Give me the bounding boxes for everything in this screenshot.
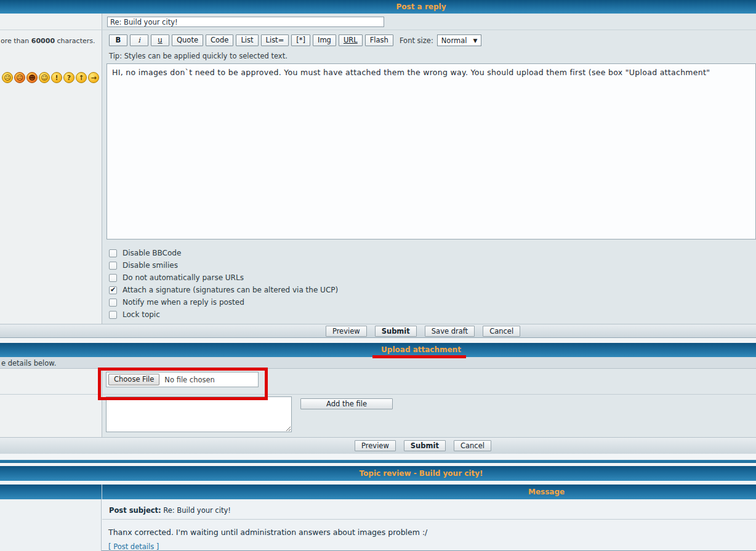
- bbcode-list-ordered-button[interactable]: List=: [261, 34, 289, 46]
- exclamation-smiley[interactable]: !: [51, 72, 62, 83]
- option-checkbox[interactable]: [109, 311, 117, 319]
- bbcode-italic-button[interactable]: i: [130, 34, 148, 46]
- row-divider: [0, 30, 756, 30]
- bbcode-url-button[interactable]: URL: [339, 34, 363, 46]
- option-row: Attach a signature (signatures can be al…: [109, 284, 338, 296]
- page: Post a reply ore than 60000 characters. …: [0, 0, 756, 551]
- post-subject-row: Post subject: Re: Build your city!: [102, 499, 756, 520]
- posting-options-list: Disable BBCodeDisable smiliesDo not auto…: [109, 247, 338, 321]
- option-label: Lock topic: [123, 310, 160, 319]
- post-subject-value: Re: Build your city!: [163, 506, 231, 515]
- cancel-button[interactable]: Cancel: [454, 440, 491, 451]
- upload-intro-text: e details below.: [1, 359, 56, 368]
- review-table-header: Message: [0, 485, 756, 499]
- post-reply-header-bar: Post a reply: [0, 0, 756, 14]
- topic-review-title: Topic review - Build your city!: [0, 466, 756, 481]
- post-details-link[interactable]: [ Post details ]: [108, 542, 159, 551]
- message-textarea[interactable]: HI, no images don`t need to be approved.…: [107, 63, 756, 239]
- subject-input[interactable]: [107, 17, 384, 27]
- option-checkbox[interactable]: [109, 299, 117, 307]
- post-form-left-column: [0, 14, 102, 324]
- evil-smiley[interactable]: ☹: [14, 72, 25, 83]
- review-top-bar: [0, 460, 756, 463]
- font-size-control: Font size: Normal ▼: [400, 34, 481, 46]
- bbcode-list-button[interactable]: List: [236, 34, 258, 46]
- arrow-smiley[interactable]: →: [88, 72, 99, 83]
- post-reply-title: Post a reply: [0, 0, 756, 14]
- bbcode-toolbar: BiuQuoteCodeListList=[*]ImgURLFlash Font…: [109, 34, 481, 46]
- post-actions-row: PreviewSubmitSave draftCancel: [0, 324, 756, 337]
- column-divider: [102, 485, 102, 499]
- bbcode-quote-button[interactable]: Quote: [172, 34, 203, 46]
- bbcode-list-item-button[interactable]: [*]: [291, 34, 310, 46]
- option-row: Disable smilies: [109, 259, 338, 271]
- upload-actions-row: PreviewSubmitCancel: [0, 437, 756, 454]
- idea-smiley[interactable]: ↑: [76, 72, 87, 83]
- bbcode-underline-button[interactable]: u: [151, 34, 169, 46]
- submit-button[interactable]: Submit: [404, 440, 446, 451]
- option-checkbox[interactable]: [109, 262, 117, 270]
- option-checkbox[interactable]: [109, 274, 117, 282]
- tip-text: Tip: Styles can be applied quickly to se…: [109, 52, 288, 60]
- review-message-text: Thanx corrected. I'm waiting until admin…: [108, 528, 427, 537]
- option-checkbox[interactable]: [109, 249, 117, 257]
- option-label: Notify me when a reply is posted: [123, 298, 244, 307]
- cancel-button[interactable]: Cancel: [483, 326, 520, 337]
- twisted-smiley[interactable]: ☻: [26, 72, 38, 83]
- preview-button[interactable]: Preview: [326, 326, 367, 337]
- option-label: Disable smilies: [123, 261, 178, 270]
- option-row: Disable BBCode: [109, 247, 338, 259]
- rolleyes-smiley[interactable]: ☺: [39, 72, 50, 83]
- bbcode-bold-button[interactable]: B: [109, 34, 127, 46]
- dropdown-arrow-icon: ▼: [473, 38, 477, 44]
- annotation-red-box: [98, 368, 268, 400]
- font-size-select[interactable]: Normal ▼: [437, 34, 482, 46]
- bbcode-flash-button[interactable]: Flash: [365, 34, 393, 46]
- option-row: Lock topic: [109, 308, 338, 321]
- option-checkbox[interactable]: [109, 286, 117, 294]
- post-subject-label: Post subject:: [109, 506, 161, 515]
- geek-smiley[interactable]: ☹: [2, 72, 13, 83]
- option-label: Do not automatically parse URLs: [123, 273, 244, 282]
- preview-button[interactable]: Preview: [355, 440, 396, 451]
- font-size-value: Normal: [441, 36, 467, 45]
- option-row: Do not automatically parse URLs: [109, 271, 338, 284]
- option-label: Disable BBCode: [123, 249, 181, 257]
- save-draft-button[interactable]: Save draft: [425, 326, 475, 337]
- option-label: Attach a signature (signatures can be al…: [123, 286, 338, 294]
- message-column-header: Message: [528, 485, 565, 499]
- file-comment-textarea[interactable]: [106, 396, 292, 432]
- question-smiley[interactable]: ?: [63, 72, 74, 83]
- char-limit-note: ore than 60000 characters.: [1, 37, 95, 45]
- post-reply-panel: Post a reply ore than 60000 characters. …: [0, 0, 756, 338]
- review-post: Post subject: Re: Build your city! Thanx…: [0, 499, 756, 551]
- add-file-button[interactable]: Add the file: [300, 398, 393, 409]
- smiley-list: ☹☹☻☺!?↑→: [2, 72, 99, 83]
- upload-left-column: [0, 369, 102, 437]
- submit-button[interactable]: Submit: [375, 326, 417, 337]
- option-row: Notify me when a reply is posted: [109, 296, 338, 308]
- bbcode-code-button[interactable]: Code: [206, 34, 233, 46]
- annotation-red-underline: [372, 355, 466, 358]
- bbcode-img-button[interactable]: Img: [313, 34, 336, 46]
- review-author-column: [0, 499, 102, 551]
- font-size-label: Font size:: [400, 36, 433, 45]
- topic-review-header-bar: Topic review - Build your city!: [0, 466, 756, 481]
